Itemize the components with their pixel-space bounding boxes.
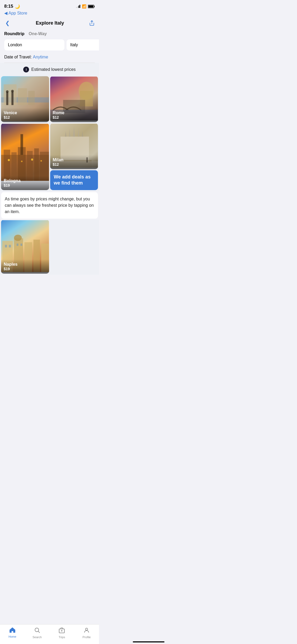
app-store-label: App Store (8, 11, 27, 16)
moon-icon: 🌙 (15, 4, 20, 9)
rome-price: $12 (53, 115, 96, 119)
battery-icon (88, 5, 95, 8)
svg-rect-2 (88, 5, 93, 7)
deal-card-venice[interactable]: Venice $12 (1, 76, 49, 122)
svg-rect-26 (21, 134, 23, 155)
signal-icon (76, 5, 81, 8)
svg-rect-1 (94, 6, 95, 7)
deal-card-rome[interactable]: Rome $12 (50, 76, 98, 122)
description-box: As time goes by prices might change, but… (1, 192, 98, 219)
svg-rect-9 (6, 92, 8, 105)
nav-bar: ❮ Explore Italy (0, 17, 99, 30)
bologna-overlay: Bologna $19 (1, 176, 49, 190)
svg-point-30 (40, 160, 42, 162)
rome-city: Rome (53, 111, 96, 115)
milan-overlay: Milan $12 (50, 155, 98, 169)
estimated-label: Estimated lowest prices (31, 67, 76, 72)
rome-overlay: Rome $12 (50, 108, 98, 122)
app-store-back[interactable]: ◀ App Store (0, 11, 99, 17)
svg-point-12 (11, 90, 14, 93)
date-label: Date of Travel: (4, 55, 32, 59)
naples-overlay: Naples $19 (1, 259, 49, 274)
roundtrip-tab[interactable]: Roundtrip (4, 31, 24, 36)
deal-card-bologna[interactable]: Bologna $19 (1, 123, 49, 190)
bologna-city: Bologna (4, 178, 46, 183)
svg-rect-10 (11, 92, 13, 105)
date-value[interactable]: Anytime (33, 55, 48, 59)
svg-point-27 (8, 159, 10, 161)
naples-price: $19 (4, 267, 46, 271)
status-time: 8:15 (4, 4, 13, 9)
svg-rect-8 (28, 91, 35, 105)
page-title: Explore Italy (36, 20, 64, 26)
svg-rect-51 (21, 243, 22, 246)
description-text: As time goes by prices might change, but… (5, 197, 94, 214)
svg-rect-6 (4, 84, 17, 105)
svg-rect-49 (9, 245, 11, 247)
svg-point-47 (14, 235, 22, 241)
svg-point-11 (6, 90, 9, 93)
status-icons: 📶 (76, 4, 95, 8)
svg-point-28 (21, 160, 23, 162)
bologna-price: $19 (4, 183, 46, 187)
naples-city: Naples (4, 262, 46, 267)
status-bar: 8:15 🌙 📶 (0, 0, 99, 11)
destination-input[interactable] (67, 39, 99, 50)
milan-city: Milan (53, 158, 96, 162)
origin-input[interactable] (4, 39, 64, 50)
search-inputs (0, 39, 99, 54)
venice-overlay: Venice $12 (1, 108, 49, 122)
info-card-title: We add deals as we find them (54, 174, 95, 186)
date-row: Date of Travel: Anytime (0, 54, 99, 63)
milan-price: $12 (53, 162, 96, 167)
svg-rect-48 (5, 245, 7, 247)
bottom-deals: Naples $19 (0, 220, 99, 275)
venice-price: $12 (4, 115, 46, 119)
svg-rect-7 (18, 88, 27, 105)
wifi-icon: 📶 (82, 4, 86, 8)
estimated-section: ! Estimated lowest prices (0, 63, 99, 75)
deals-grid: Venice $12 (0, 75, 99, 191)
svg-point-29 (31, 159, 33, 161)
info-card: We add deals as we find them (50, 170, 98, 190)
share-button[interactable] (89, 20, 95, 26)
deal-card-naples[interactable]: Naples $19 (1, 220, 49, 274)
deal-card-milan[interactable]: Milan $12 (50, 123, 98, 169)
back-button[interactable]: ❮ (4, 19, 11, 27)
svg-rect-50 (17, 243, 18, 246)
trip-tabs: Roundtrip One-Way (0, 30, 99, 39)
info-icon: ! (23, 67, 29, 72)
bologna-image (1, 123, 49, 181)
one-way-tab[interactable]: One-Way (29, 31, 47, 36)
venice-city: Venice (4, 111, 46, 115)
